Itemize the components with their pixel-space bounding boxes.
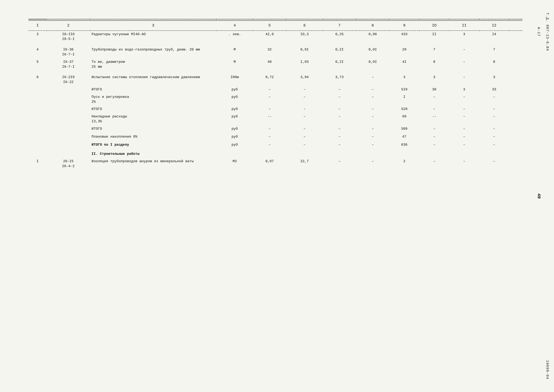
cell-8-12: – <box>479 113 509 125</box>
cell-13-6: 22,7 <box>286 158 323 170</box>
cell-13-9: 2 <box>389 158 419 170</box>
cell-10-7: – <box>323 133 356 141</box>
cell-6-3: Пуск и регулировка 2% <box>90 93 216 106</box>
cell-13-10: – <box>419 158 449 170</box>
cell-3-9: 4I <box>389 58 419 71</box>
cell-7-11: – <box>449 105 479 113</box>
cell-6-6: – <box>286 93 323 106</box>
cell-13-2: 26–I5 26-4-2 <box>47 158 90 170</box>
cell-13-11: – <box>449 158 479 170</box>
cell-4-8: – <box>356 74 389 86</box>
cell-1-9: 433 <box>389 31 419 43</box>
cell-7-6: – <box>286 105 323 113</box>
cell-5-3: ИТОГО <box>90 86 216 93</box>
table-row: 5I6-37 I6-7-IТо же, диаметром 25 ммМ40I,… <box>28 58 522 71</box>
cell-5-9: 5I9 <box>389 86 419 93</box>
cell-12-6 <box>286 149 323 158</box>
cell-8-8: – <box>356 113 389 125</box>
cell-9-10: – <box>419 125 449 133</box>
cell-4-9: 3 <box>389 74 419 86</box>
cell-11-11: – <box>449 141 479 149</box>
cell-9-2 <box>47 125 90 133</box>
table-row: 3I8–IIO I8-5-IРадиаторы чугунные МI40-АО… <box>28 31 522 43</box>
cell-13-5: 0,07 <box>253 158 286 170</box>
cell-12-4 <box>216 149 253 158</box>
cell-8-5: -- <box>253 113 286 125</box>
cell-1-1: 3 <box>28 31 47 43</box>
cell-2-10: 7 <box>419 46 449 58</box>
cell-9-4: руб <box>216 125 253 133</box>
cell-10-2 <box>47 133 90 141</box>
cell-3-7: 0,2I <box>323 58 356 71</box>
col-header-4: 4 <box>216 21 253 31</box>
cell-8-10: -- <box>419 113 449 125</box>
cell-8-6: – <box>286 113 323 125</box>
cell-4-6: 3,94 <box>286 74 323 86</box>
cell-11-9: 636 <box>389 141 419 149</box>
cell-7-8: – <box>356 105 389 113</box>
cell-5-8: – <box>356 86 389 93</box>
cell-12-8 <box>356 149 389 158</box>
cell-8-9: 69 <box>389 113 419 125</box>
cell-4-5: 0,72 <box>253 74 286 86</box>
cell-1-3: Радиаторы чугунные МI40-АО <box>90 31 216 43</box>
cell-10-8: – <box>356 133 389 141</box>
cell-6-10: – <box>419 93 449 106</box>
cell-7-9: 520 <box>389 105 419 113</box>
cell-5-10: 30 <box>419 86 449 93</box>
cell-9-3: ИТОГО <box>90 125 216 133</box>
cell-6-1 <box>28 93 47 106</box>
cell-2-8: 0,0I <box>356 46 389 58</box>
cell-9-5: – <box>253 125 286 133</box>
cell-4-10: 3 <box>419 74 449 86</box>
top-border-row <box>28 19 522 21</box>
table-row: II. Строительные работы <box>28 149 522 158</box>
cell-10-5: – <box>253 133 286 141</box>
cell-11-8: – <box>356 141 389 149</box>
table-row: 6I6-2I9 I6-22Испытание системы отопления… <box>28 74 522 86</box>
cell-7-1 <box>28 105 47 113</box>
cell-3-5: 40 <box>253 58 286 71</box>
table-row: I26–I5 26-4-2Изоляция трубопроводов шнур… <box>28 158 522 170</box>
cell-4-11: – <box>449 74 479 86</box>
cell-1-7: 0,25 <box>323 31 356 43</box>
cell-11-10: – <box>419 141 449 149</box>
page: Т.Д. 807-13-6.84 А-17 49 19699-04 <box>0 0 554 392</box>
cell-3-6: I,03 <box>286 58 323 71</box>
cell-2-1: 4 <box>28 46 47 58</box>
cell-12-7 <box>323 149 356 158</box>
header-row: I 2 3 4 5 6 7 8 9 IO II I2 <box>28 21 522 31</box>
cell-1-2: I8–IIO I8-5-I <box>47 31 90 43</box>
cell-13-4: М3 <box>216 158 253 170</box>
cell-13-7: – <box>323 158 356 170</box>
col-header-1: I <box>28 21 47 31</box>
cell-9-12: – <box>479 125 509 133</box>
col-header-6: 6 <box>286 21 323 31</box>
cell-12-9 <box>389 149 419 158</box>
cell-7-10: – <box>419 105 449 113</box>
col-header-9: 9 <box>389 21 419 31</box>
cell-5-7: – <box>323 86 356 93</box>
cell-6-9: I <box>389 93 419 106</box>
cell-1-5: 42,0 <box>253 31 286 43</box>
table-row: Пуск и регулировка 2%руб––––I––– <box>28 93 522 106</box>
cell-4-7: 3,73 <box>323 74 356 86</box>
cell-5-5: – <box>253 86 286 93</box>
cell-3-10: 8 <box>419 58 449 71</box>
cell-4-2: I6-2I9 I6-22 <box>47 74 90 86</box>
cell-11-12: – <box>479 141 509 149</box>
cell-4-4: I00м <box>216 74 253 86</box>
cell-12-1 <box>28 149 47 158</box>
cell-7-3: ИТОГО <box>90 105 216 113</box>
cell-13-3: Изоляция трубопроводов шнуром из минерал… <box>90 158 216 170</box>
table-row: ИТОГО по I разделуруб––––636––– <box>28 141 522 149</box>
col-header-2: 2 <box>47 21 90 31</box>
cell-6-4: руб <box>216 93 253 106</box>
cell-7-12: – <box>479 105 509 113</box>
cell-13-1: I <box>28 158 47 170</box>
cell-5-6: – <box>286 86 323 93</box>
cell-10-12: – <box>479 133 509 141</box>
cell-1-6: IO,3 <box>286 31 323 43</box>
cell-13-8: – <box>356 158 389 170</box>
cell-8-3: Накладные расходы I3,3% <box>90 113 216 125</box>
